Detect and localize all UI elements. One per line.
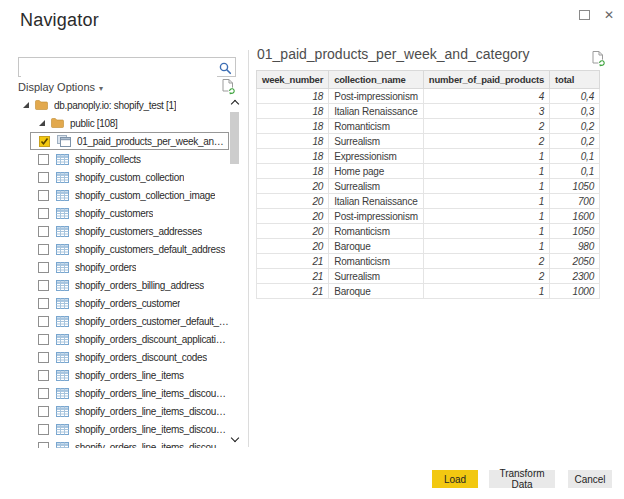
tree-item-label: shopify_orders_billing_address [75,280,204,291]
cell: 18 [257,119,329,134]
cell: 20 [257,194,329,209]
tree-item-label: public [108] [70,118,118,129]
cell: 2 [423,254,549,269]
tree-item[interactable]: shopify_orders_customer [18,294,229,312]
checkbox[interactable] [38,316,49,327]
cancel-button[interactable]: Cancel [568,470,612,488]
table-icon [56,226,69,237]
search-box [18,57,236,77]
cell: 21 [257,284,329,299]
table-row: 20Italian Renaissance1700 [257,194,600,209]
scroll-down-icon[interactable] [231,434,239,442]
refresh-preview-icon[interactable] [591,50,606,71]
search-input[interactable] [21,59,217,77]
table-icon [56,406,69,417]
checkbox[interactable] [38,226,49,237]
cell: Baroque [329,239,424,254]
tree-item[interactable]: shopify_customers_default_address [18,240,229,258]
navigation-tree: db.panoply.io: shopify_test [1]public [1… [18,96,229,448]
tree-item[interactable]: shopify_orders_discount_applications [18,330,229,348]
cell: Post-impressionism [329,89,424,104]
tree-item[interactable]: public [108] [18,114,229,132]
cell: 18 [257,164,329,179]
checkbox[interactable] [38,424,49,435]
tree-scrollbar[interactable] [229,97,241,445]
restore-icon[interactable] [579,6,590,24]
cell: 18 [257,149,329,164]
checkbox[interactable] [38,262,49,273]
tree-item[interactable]: shopify_orders_discount_codes [18,348,229,366]
tree-item-label: shopify_orders_discount_applications [75,334,229,345]
tree-item-label: shopify_customers_default_address [75,244,225,255]
tree-item-label: shopify_orders_customer [75,298,180,309]
cell: 1 [423,149,549,164]
cell: 2050 [550,254,600,269]
checkbox[interactable] [38,442,49,449]
cell: Romanticism [329,119,424,134]
scroll-up-icon[interactable] [231,100,239,108]
table-row: 20Baroque1980 [257,239,600,254]
tree-item[interactable]: shopify_customers_addresses [18,222,229,240]
cell: Romanticism [329,254,424,269]
checkbox[interactable] [38,190,49,201]
tree-item-label: shopify_custom_collection [75,172,184,183]
tree-item[interactable]: shopify_orders_customer_default_ad... [18,312,229,330]
display-options-dropdown[interactable]: Display Options▾ [18,81,103,93]
checkbox[interactable] [39,136,50,147]
tree-item[interactable]: shopify_orders_billing_address [18,276,229,294]
tree-item[interactable]: 01_paid_products_per_week_and_cat... [30,132,229,150]
table-row: 20Post-impressionism11600 [257,209,600,224]
tree-item[interactable]: shopify_orders_line_items_discount_a... [18,420,229,438]
checkbox[interactable] [38,334,49,345]
checkbox[interactable] [38,172,49,183]
checkbox[interactable] [38,388,49,399]
expand-collapse-icon[interactable] [38,119,46,127]
cell: 0,2 [550,134,600,149]
search-icon[interactable] [219,61,232,79]
cell: 18 [257,89,329,104]
tree-item-label: shopify_collects [75,154,141,165]
cell: 1050 [550,224,600,239]
checkbox[interactable] [38,352,49,363]
tree-item[interactable]: shopify_customers [18,204,229,222]
transform-data-button[interactable]: Transform Data [489,470,555,488]
checkbox[interactable] [38,370,49,381]
tree-item[interactable]: shopify_orders_line_items_discount_a... [18,402,229,420]
cell: Italian Renaissance [329,194,424,209]
tree-item-label: shopify_orders_line_items_discount_a... [75,406,229,417]
tree-item[interactable]: shopify_custom_collection_image [18,186,229,204]
checkbox[interactable] [38,154,49,165]
checkbox[interactable] [38,244,49,255]
preview-table: week_numbercollection_namenumber_of_paid… [256,70,600,299]
checkbox[interactable] [38,298,49,309]
tree-item-label: shopify_customers_addresses [75,226,202,237]
table-icon [56,316,69,327]
cell: 2 [423,269,549,284]
table-icon [56,442,69,449]
cell: 0,1 [550,149,600,164]
tree-item[interactable]: shopify_orders [18,258,229,276]
checkbox[interactable] [38,280,49,291]
cell: 700 [550,194,600,209]
cell: 18 [257,104,329,119]
load-button[interactable]: Load [432,470,478,488]
tree-item-label: shopify_orders_line_items_discount_a... [75,424,229,435]
tree-item[interactable]: shopify_orders_line_items [18,366,229,384]
checkbox[interactable] [38,208,49,219]
table-row: 18Romanticism20,2 [257,119,600,134]
tree-item[interactable]: shopify_custom_collection [18,168,229,186]
panel-divider [248,50,249,447]
tree-item[interactable]: shopify_orders_line_items_discount_a... [18,438,229,448]
expand-collapse-icon[interactable] [22,101,30,109]
checkbox[interactable] [38,406,49,417]
tree-item[interactable]: shopify_collects [18,150,229,168]
cell: 1 [423,224,549,239]
cell: 18 [257,134,329,149]
table-icon [56,190,69,201]
scrollbar-thumb[interactable] [230,112,239,164]
cell: Post-impressionism [329,209,424,224]
tree-item[interactable]: db.panoply.io: shopify_test [1] [18,96,229,114]
tree-item[interactable]: shopify_orders_line_items_discount_a... [18,384,229,402]
close-icon[interactable]: ✕ [604,10,614,20]
cell: Surrealism [329,179,424,194]
